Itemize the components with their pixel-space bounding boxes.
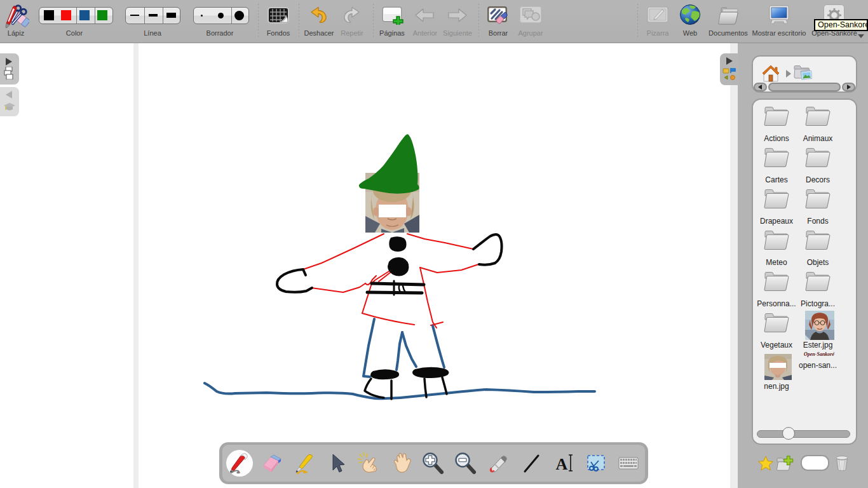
svg-text:Open-Sankoré: Open-Sankoré <box>804 351 834 357</box>
svg-text:A: A <box>556 455 568 473</box>
